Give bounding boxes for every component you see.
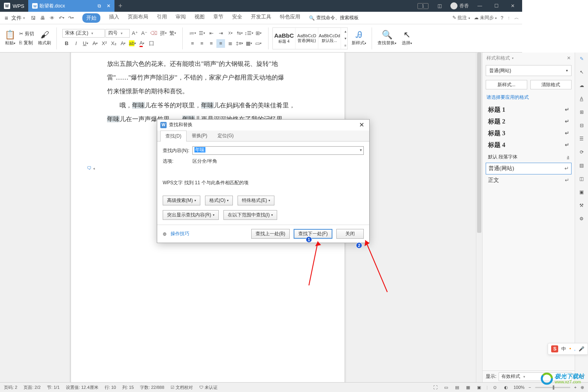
- hamburger-icon[interactable]: ≡: [3, 15, 10, 21]
- style-default-para[interactable]: AaBbCcDd 默认段...: [318, 28, 341, 49]
- style-expand[interactable]: ≡: [341, 42, 350, 49]
- style-item-h3[interactable]: 标题 3↵: [486, 127, 522, 139]
- highlight-icon[interactable]: ab▾: [128, 39, 137, 48]
- paste-group[interactable]: 📋 粘贴▾: [3, 31, 17, 46]
- line-spacing-icon[interactable]: ↕☰▾: [245, 29, 253, 38]
- find-replace-button[interactable]: 🔍 查找替换▾: [376, 31, 398, 46]
- tab-view[interactable]: 视图: [194, 13, 205, 23]
- special-format-button[interactable]: 特殊格式(E) ▾: [238, 196, 274, 205]
- find-prev-button[interactable]: 查找上一处(B): [251, 229, 290, 239]
- decrease-font-icon[interactable]: A⁻: [140, 29, 149, 38]
- bullets-icon[interactable]: ≔▾: [188, 29, 197, 38]
- pinyin-icon[interactable]: 拼▾: [159, 29, 167, 38]
- font-effects-icon[interactable]: A▾: [119, 39, 127, 48]
- tab-insert[interactable]: 插入: [109, 13, 119, 23]
- line-spacing2-icon[interactable]: ‡≡▾: [235, 39, 244, 48]
- collapse-ribbon[interactable]: ︿: [514, 15, 519, 21]
- align-justify-icon[interactable]: ≡: [216, 39, 225, 48]
- redo-icon[interactable]: ↷▾: [67, 15, 74, 22]
- find-content-input[interactable]: 年味 ▾: [192, 146, 364, 155]
- style-normal-web[interactable]: AaBbCcD 普通(网站): [296, 28, 318, 49]
- distribute-icon[interactable]: ≣: [226, 39, 234, 48]
- scrollbar-thumb[interactable]: [477, 53, 481, 233]
- style-item-h4[interactable]: 标题 4↵: [486, 139, 522, 151]
- indent-dec-icon[interactable]: ⇤: [207, 29, 216, 38]
- vertical-scrollbar[interactable]: [476, 53, 482, 347]
- window-minimize-button[interactable]: —: [474, 3, 485, 9]
- underline-icon[interactable]: U▾: [81, 39, 90, 48]
- user-account[interactable]: 香香: [450, 2, 469, 9]
- more-menu[interactable]: ⋮: [507, 16, 510, 20]
- tab-reference[interactable]: 引用: [157, 13, 167, 23]
- help-button[interactable]: ?: [501, 15, 503, 21]
- tips-link[interactable]: 操作技巧: [171, 230, 189, 237]
- save-icon[interactable]: 🖫: [30, 15, 37, 22]
- highlight-results-button[interactable]: 突出显示查找内容(R) ▾: [163, 210, 219, 220]
- sync-status[interactable]: ☁ 未同步 ▾: [474, 15, 497, 21]
- comment-toggle[interactable]: ✎ 批注 ▾: [452, 15, 470, 21]
- numbering-icon[interactable]: ☰▾: [198, 29, 206, 38]
- font-name-combo[interactable]: 宋体 (正文)▾: [62, 29, 105, 38]
- strike-icon[interactable]: A̶▾: [91, 39, 99, 48]
- wps-home-button[interactable]: W WPS: [0, 0, 28, 12]
- search-scope-button[interactable]: 在以下范围中查找(I) ▾: [223, 210, 277, 220]
- style-heading4[interactable]: AaBbC 标题 4: [273, 28, 296, 49]
- advanced-search-button[interactable]: 高级搜索(M) ▾: [163, 196, 200, 205]
- tab-layout[interactable]: 页面布局: [128, 13, 148, 23]
- print-preview-icon[interactable]: 👁: [49, 15, 56, 22]
- font-size-combo[interactable]: 四号▾: [105, 29, 130, 38]
- style-item-h2[interactable]: 标题 2↵: [486, 116, 522, 127]
- comment-marker[interactable]: 🗨 ◂: [87, 165, 95, 171]
- copy-button[interactable]: ⎘复制: [19, 40, 34, 46]
- tab-close-icon[interactable]: ✕: [107, 3, 111, 9]
- clear-format-icon[interactable]: ⌫: [149, 29, 158, 38]
- chevron-down-icon[interactable]: ▾: [360, 148, 362, 152]
- new-style-btn[interactable]: 新样式...: [486, 80, 522, 89]
- bold-icon[interactable]: B: [62, 39, 71, 48]
- style-item-default-font[interactable]: 默认 段落字体a: [486, 151, 522, 163]
- align-center-icon[interactable]: ≡: [198, 39, 206, 48]
- tab-home[interactable]: 开始: [82, 13, 100, 23]
- window-close-button[interactable]: ✕: [507, 3, 518, 9]
- current-style-combo[interactable]: 普通(网站)▾: [486, 65, 522, 76]
- cut-button[interactable]: ✂剪切: [19, 31, 34, 37]
- increase-font-icon[interactable]: A⁺: [131, 29, 139, 38]
- new-style-button[interactable]: Ꭿ 新样式▾: [350, 31, 368, 46]
- style-scroll-down[interactable]: ▾: [341, 35, 350, 42]
- style-item-body[interactable]: 正文↵: [486, 174, 522, 186]
- tab-chapter[interactable]: 章节: [213, 13, 223, 23]
- window-maximize-button[interactable]: ☐: [491, 3, 502, 9]
- undo-icon[interactable]: ↶▾: [58, 15, 65, 22]
- format-button[interactable]: 格式(O) ▾: [205, 196, 233, 205]
- char-scale-icon[interactable]: ☓▾: [226, 29, 234, 38]
- subscript-icon[interactable]: X₂: [109, 39, 118, 48]
- char-border-icon[interactable]: 囗: [147, 39, 156, 48]
- tab-featured[interactable]: 特色应用: [280, 13, 300, 23]
- superscript-icon[interactable]: X²: [100, 39, 109, 48]
- style-scroll-up[interactable]: ▴: [341, 28, 350, 35]
- font-color-icon[interactable]: A▾: [138, 39, 146, 48]
- dialog-close-icon[interactable]: ✕: [357, 121, 366, 129]
- dialog-titlebar[interactable]: W 查找和替换 ✕: [157, 120, 369, 131]
- italic-icon[interactable]: I: [72, 39, 80, 48]
- document-tab[interactable]: W 盼望着.docx ⧉ ✕: [28, 0, 114, 12]
- tab-icon[interactable]: ⇆▾: [235, 29, 244, 38]
- tab-review[interactable]: 审阅: [176, 13, 186, 23]
- align-left-icon[interactable]: ≡: [188, 39, 197, 48]
- skin-icon[interactable]: ◫: [434, 3, 445, 9]
- tab-find[interactable]: 查找(D): [160, 131, 187, 142]
- style-item-h1[interactable]: 标题 1↵: [486, 104, 522, 116]
- chinese-convert-icon[interactable]: 繁▾: [168, 29, 177, 38]
- new-tab-button[interactable]: +: [114, 0, 126, 12]
- style-item-normal-web[interactable]: 普通(网站)↵: [486, 163, 522, 174]
- tab-security[interactable]: 安全: [232, 13, 242, 23]
- border-icon[interactable]: ▭▾: [254, 39, 263, 48]
- format-painter[interactable]: 🖌 格式刷: [36, 31, 53, 46]
- indent-inc-icon[interactable]: ⇥: [216, 29, 225, 38]
- tab-restore-icon[interactable]: ⧉: [98, 3, 101, 9]
- align-right-icon[interactable]: ≡: [207, 39, 216, 48]
- tab-replace[interactable]: 替换(P): [187, 130, 212, 141]
- shading-icon[interactable]: ▦▾: [245, 39, 253, 48]
- file-menu[interactable]: 文件: [11, 15, 22, 22]
- tab-dev[interactable]: 开发工具: [251, 13, 271, 23]
